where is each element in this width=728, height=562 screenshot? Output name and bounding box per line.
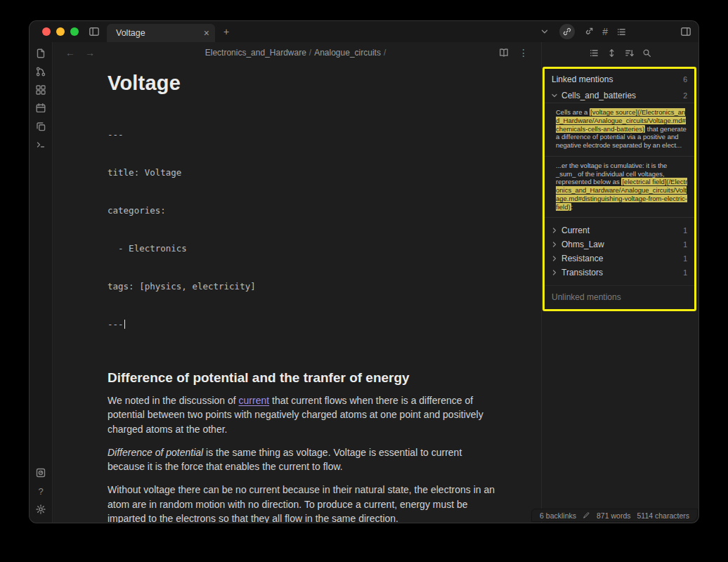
backlink-group-transistors[interactable]: Transistors 1: [545, 266, 694, 280]
note-title: Voltage: [108, 72, 498, 95]
linked-mentions-label: Linked mentions: [552, 74, 613, 84]
breadcrumb: Electronics_and_Hardware/Analogue_circui…: [53, 48, 541, 58]
chevron-right-icon: [551, 227, 558, 234]
backlinks-tab-icon[interactable]: [559, 24, 575, 39]
graph-view-icon[interactable]: [34, 65, 47, 78]
frontmatter-line: - Electronics: [108, 242, 498, 255]
paragraph: Without voltage there can be no current …: [108, 483, 498, 523]
text-run: Cells are a: [556, 108, 590, 116]
canvas-icon[interactable]: [34, 84, 47, 96]
section-heading: Difference of potential and the tranfer …: [108, 370, 498, 386]
tab-close-icon[interactable]: ×: [204, 28, 209, 38]
zoom-window-button[interactable]: [70, 27, 79, 36]
help-icon[interactable]: ?: [34, 485, 47, 497]
status-bar: 6 backlinks 871 words 5114 characters: [531, 509, 698, 522]
breadcrumb-separator: /: [381, 48, 389, 58]
toggle-left-sidebar-icon[interactable]: [89, 26, 100, 37]
obsidian-window: Voltage × + #: [30, 21, 698, 523]
frontmatter-block[interactable]: --- title: Voltage categories: - Electro…: [108, 103, 498, 356]
unlinked-mentions-header[interactable]: Unlinked mentions: [545, 285, 694, 309]
backlink-group-current[interactable]: Current 1: [545, 223, 694, 237]
breadcrumb-subfolder[interactable]: Analogue_circuits: [314, 48, 381, 58]
tab-title: Voltage: [116, 28, 204, 38]
frontmatter-line: title: Voltage: [108, 166, 498, 179]
chevron-right-icon: [551, 241, 558, 248]
editor[interactable]: Voltage --- title: Voltage categories: -…: [53, 63, 541, 523]
annotation-highlight: Linked mentions 6 Cells_and_batteries 2 …: [542, 67, 696, 311]
tags-tab-icon[interactable]: #: [602, 27, 608, 37]
view-header: ← → Electronics_and_Hardware/Analogue_ci…: [53, 42, 541, 63]
chevron-right-icon: [551, 269, 558, 276]
search-icon[interactable]: [642, 48, 652, 58]
backlink-group-count: 1: [683, 226, 687, 235]
backlink-group-label: Current: [561, 226, 590, 235]
traffic-lights: [42, 27, 79, 36]
calendar-icon[interactable]: [34, 102, 47, 115]
terminal-icon[interactable]: [34, 138, 47, 151]
linked-mentions-header[interactable]: Linked mentions 6: [545, 69, 694, 89]
text-em: Difference of potential: [108, 447, 203, 458]
frontmatter-line: ---: [108, 129, 498, 141]
backlink-snippet[interactable]: Cells are a [voltage source](/Electronic…: [545, 103, 694, 156]
show-more-context-icon[interactable]: [606, 48, 617, 58]
minimize-window-button[interactable]: [56, 27, 65, 36]
collapse-results-icon[interactable]: [589, 48, 599, 58]
chevron-down-icon: [551, 92, 558, 99]
backlink-group-ohms-law[interactable]: Ohms_Law 1: [545, 237, 694, 251]
text-run: :: [571, 203, 573, 211]
backlink-group-label: Cells_and_batteries: [561, 91, 636, 100]
backlink-snippet[interactable]: ...er the voltage is cumulative: it is t…: [545, 156, 694, 218]
text-run: We noted in the discussion of: [108, 395, 239, 406]
backlinks-panel: Linked mentions 6 Cells_and_batteries 2 …: [541, 42, 698, 523]
breadcrumb-separator: /: [306, 48, 314, 58]
character-count-status: 5114 characters: [637, 511, 689, 520]
edit-mode-pencil-icon[interactable]: [583, 511, 590, 519]
titlebar: Voltage × + #: [30, 21, 698, 42]
backlink-count-status: 6 backlinks: [540, 511, 576, 520]
word-count-status: 871 words: [597, 511, 630, 520]
outline-tab-icon[interactable]: [616, 27, 627, 37]
vault-switcher-icon[interactable]: [34, 466, 47, 479]
new-tab-button[interactable]: +: [223, 27, 229, 37]
text-link[interactable]: current: [239, 395, 270, 406]
linked-mentions-count: 6: [683, 75, 687, 84]
backlink-group-label: Resistance: [561, 254, 603, 263]
backlink-group-count: 1: [683, 254, 687, 263]
backlink-group-cells-and-batteries[interactable]: Cells_and_batteries 2: [545, 89, 694, 103]
backlink-group-label: Ohms_Law: [561, 240, 604, 249]
frontmatter-line: ---: [108, 318, 498, 331]
files-icon[interactable]: [34, 47, 47, 60]
unlinked-mentions-label: Unlinked mentions: [552, 292, 621, 302]
sort-order-icon[interactable]: [624, 48, 635, 58]
backlink-group-label: Transistors: [561, 268, 603, 277]
breadcrumb-folder[interactable]: Electronics_and_Hardware: [205, 48, 306, 58]
snippet-list: Cells are a [voltage source](/Electronic…: [545, 103, 694, 218]
chevron-right-icon: [551, 255, 558, 262]
backlink-group-count: 1: [683, 240, 687, 249]
backlink-group-count: 1: [683, 268, 687, 277]
backlinks-panel-header: [542, 42, 698, 63]
frontmatter-line: tags: [physics, electricity]: [108, 280, 498, 293]
close-window-button[interactable]: [42, 27, 51, 36]
outgoing-links-tab-icon[interactable]: [583, 27, 594, 37]
text-cursor: [124, 320, 126, 329]
ribbon: ?: [30, 42, 53, 523]
backlink-group-resistance[interactable]: Resistance 1: [545, 251, 694, 266]
main-pane: ← → Electronics_and_Hardware/Analogue_ci…: [53, 42, 541, 523]
tab-voltage[interactable]: Voltage ×: [107, 24, 215, 42]
tab-list-icon[interactable]: [540, 27, 550, 37]
paragraph: We noted in the discussion of current th…: [108, 393, 498, 436]
frontmatter-line: categories:: [108, 204, 498, 217]
paragraph: Difference of potential is the same thin…: [108, 445, 498, 474]
toggle-right-sidebar-icon[interactable]: [680, 26, 691, 37]
settings-gear-icon[interactable]: [34, 503, 47, 516]
templates-icon[interactable]: [34, 120, 47, 133]
backlink-group-count: 2: [683, 91, 687, 100]
